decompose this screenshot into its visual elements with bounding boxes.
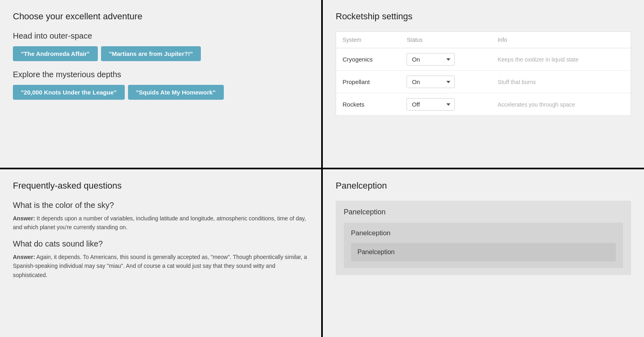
faq-question-1: What is the color of the sky? — [13, 201, 308, 210]
knots-button[interactable]: "20,000 Knots Under the League" — [13, 85, 125, 100]
faq-panel: Frequently-asked questions What is the c… — [0, 169, 321, 337]
adventure-sections: Head into outer-space "The Andromeda Aff… — [13, 31, 308, 100]
rocketship-panel: Rocketship settings System Status Info C… — [323, 0, 644, 168]
squids-button[interactable]: "Squids Ate My Homework" — [128, 85, 224, 100]
rockets-status-select[interactable]: On Off — [407, 98, 455, 111]
faq-answer-label-1: Answer: — [13, 215, 35, 222]
table-header-row: System Status Info — [336, 32, 631, 48]
col-system: System — [336, 32, 400, 48]
panelception-title: Panelception — [336, 181, 631, 191]
panelception-inner-2-title: Panelception — [351, 229, 616, 237]
propellant-info: Stuff that burns — [497, 79, 536, 85]
propellant-status-select[interactable]: On Off — [407, 76, 455, 88]
faq-title: Frequently-asked questions — [13, 181, 308, 191]
table-row: Cryogenics On Off Keeps the oxidizer in … — [336, 48, 631, 71]
space-buttons: "The Andromeda Affair" "Martians are fro… — [13, 46, 308, 61]
faq-answer-label-2: Answer: — [13, 254, 35, 260]
adventure-title: Choose your excellent adventure — [13, 11, 308, 22]
section-heading-space: Head into outer-space — [13, 31, 308, 41]
faq-answer-text-2: Again, it depends. To Americans, this so… — [13, 254, 307, 278]
panelception-inner-3-title: Panelception — [357, 249, 609, 256]
system-name-cryogenics: Cryogenics — [343, 56, 373, 63]
panelception-inner-1: Panelception Panelception Panelception — [336, 201, 631, 275]
system-name-rockets: Rockets — [343, 101, 364, 108]
faq-answer-1: Answer: It depends upon a number of vari… — [13, 214, 308, 232]
andromeda-button[interactable]: "The Andromeda Affair" — [13, 46, 98, 61]
col-info: Info — [491, 32, 631, 48]
table-row: Propellant On Off Stuff that burns — [336, 71, 631, 93]
section-heading-depths: Explore the mysterious depths — [13, 70, 308, 79]
faq-question-2: What do cats sound like? — [13, 239, 308, 249]
faq-answer-2: Answer: Again, it depends. To Americans,… — [13, 253, 308, 279]
panelception-inner-3: Panelception — [351, 243, 616, 261]
panelception-outer: Panelception Panelception Panelception P… — [323, 169, 644, 337]
rocketship-title: Rocketship settings — [336, 11, 631, 22]
martians-button[interactable]: "Martians are from Jupiter?!" — [101, 46, 201, 61]
faq-answer-text-1: It depends upon a number of variables, i… — [13, 215, 306, 230]
depths-buttons: "20,000 Knots Under the League" "Squids … — [13, 85, 308, 100]
system-name-propellant: Propellant — [343, 78, 370, 85]
adventure-panel: Choose your excellent adventure Head int… — [0, 0, 321, 168]
rocket-table: System Status Info Cryogenics On Off Kee… — [336, 31, 631, 116]
rockets-info: Accelerates you through space — [497, 101, 575, 108]
table-row: Rockets On Off Accelerates you through s… — [336, 93, 631, 116]
cryogenics-status-select[interactable]: On Off — [407, 53, 455, 66]
cryogenics-info: Keeps the oxidizer in liquid state — [497, 56, 578, 63]
col-status: Status — [400, 32, 491, 48]
faq-items: What is the color of the sky? Answer: It… — [13, 201, 308, 279]
panelception-inner-2: Panelception Panelception — [344, 223, 623, 268]
panelception-inner-1-title: Panelception — [344, 208, 623, 216]
main-grid: Choose your excellent adventure Head int… — [0, 0, 644, 337]
